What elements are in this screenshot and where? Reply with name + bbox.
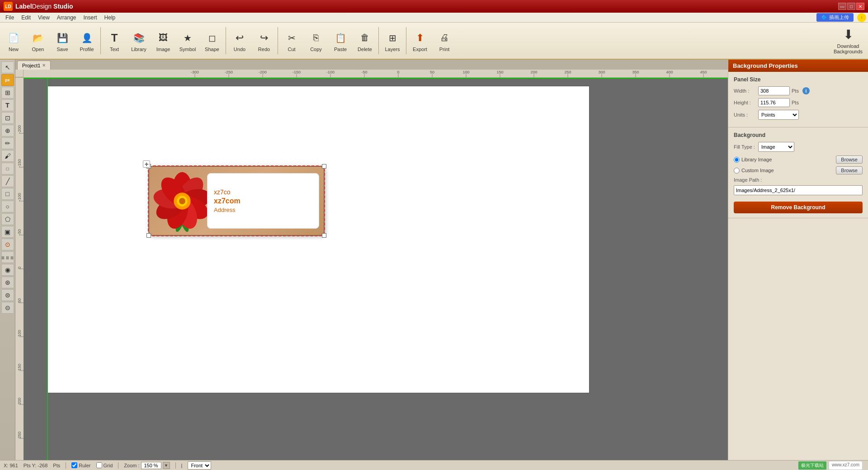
toolbar-separator-2 xyxy=(226,27,226,54)
grid-checkbox[interactable] xyxy=(96,462,102,468)
label-card[interactable]: ✛ xyxy=(148,166,325,236)
symbol-button[interactable]: ★ Symbol xyxy=(176,25,199,56)
ruler-checkbox[interactable] xyxy=(71,462,77,468)
download-backgrounds-button[interactable]: ⬇ DownloadBackgrounds xyxy=(830,25,866,56)
menu-file[interactable]: File xyxy=(2,14,18,22)
grid-tool[interactable]: ⊞ xyxy=(1,87,14,99)
new-button[interactable]: 📄 New xyxy=(2,25,25,56)
main-layout: ↖ px ⊞ T ⊡ ⊕ ✏ 🖌 □ ╱ □ ○ ⬠ ▣ ⊙ ⫼⫼⫼ ◉ ⊛ ⊜… xyxy=(0,60,868,460)
zoom-tool[interactable]: ⊕ xyxy=(1,125,14,136)
ruler-h-canvas xyxy=(24,70,728,77)
open-button[interactable]: 📂 Open xyxy=(26,25,50,56)
resize-handle-tr[interactable] xyxy=(322,164,326,169)
text-tool[interactable]: T xyxy=(1,99,14,111)
width-info-icon[interactable]: i xyxy=(802,87,810,94)
minimize-button[interactable]: — xyxy=(838,3,846,10)
units-select[interactable]: Points Inches mm cm xyxy=(758,110,799,120)
address-line-3[interactable]: Address xyxy=(214,207,312,213)
rect-tool[interactable]: □ xyxy=(1,188,14,200)
custom-image-radio-label[interactable]: Custom Image xyxy=(734,168,774,174)
fill-tool[interactable]: ▣ xyxy=(1,226,14,238)
address-line-2[interactable]: xz7com xyxy=(214,197,312,205)
redo-button[interactable]: ↪ Redo xyxy=(252,25,276,56)
height-input[interactable] xyxy=(758,98,790,107)
notification-badge[interactable]: ! xyxy=(857,13,866,22)
image-path-row: Image Path : xyxy=(734,177,863,195)
menu-insert[interactable]: Insert xyxy=(80,14,101,22)
resize-handle-bl[interactable] xyxy=(146,233,151,238)
paste-icon: 📋 xyxy=(333,31,348,45)
workspace: ✛ xyxy=(15,78,728,460)
tool18[interactable]: ⊜ xyxy=(1,289,14,301)
save-button[interactable]: 💾 Save xyxy=(51,25,74,56)
menu-edit[interactable]: Edit xyxy=(18,14,34,22)
restore-button[interactable]: □ xyxy=(847,3,855,10)
delete-button[interactable]: 🗑 Delete xyxy=(353,25,377,56)
width-input[interactable] xyxy=(758,86,790,95)
shape-icon: ◻ xyxy=(205,31,219,45)
pencil-tool[interactable]: ✏ xyxy=(1,137,14,149)
project-tab[interactable]: Project1 ✕ xyxy=(17,61,51,70)
zoom-dropdown[interactable]: ▼ xyxy=(163,462,170,469)
menu-view[interactable]: View xyxy=(34,14,53,22)
image-button[interactable]: 🖼 Image xyxy=(151,25,175,56)
px-tool[interactable]: px xyxy=(1,74,14,86)
address-line-1[interactable]: xz7co xyxy=(214,188,312,196)
canvas-content[interactable]: ✛ xyxy=(24,78,728,460)
toolbar-separator-5 xyxy=(406,27,406,54)
tab-close-button[interactable]: ✕ xyxy=(42,63,46,68)
menubar-right: 🔷 插画上传 ! xyxy=(816,13,866,22)
polygon-tool[interactable]: ⬠ xyxy=(1,213,14,225)
remove-background-button[interactable]: Remove Background xyxy=(734,202,863,213)
ellipse-tool[interactable]: ○ xyxy=(1,201,14,212)
color-picker-tool[interactable]: ⊙ xyxy=(1,239,14,250)
paste-button[interactable]: 📋 Paste xyxy=(329,25,352,56)
image-path-input[interactable] xyxy=(734,185,863,195)
eraser-tool[interactable]: □ xyxy=(1,163,14,174)
select-tool[interactable]: ↖ xyxy=(1,61,14,73)
library-button[interactable]: 📚 Library xyxy=(127,25,151,56)
zoom-input[interactable] xyxy=(141,462,161,469)
text-button[interactable]: T Text xyxy=(103,25,126,56)
save-icon: 💾 xyxy=(55,31,70,45)
tool17[interactable]: ⊛ xyxy=(1,277,14,288)
menu-help[interactable]: Help xyxy=(101,14,119,22)
toolbar-separator-3 xyxy=(278,27,278,54)
barcode-tool[interactable]: ⫼⫼⫼ xyxy=(1,251,14,263)
crop-tool[interactable]: ⊡ xyxy=(1,112,14,124)
color-tool[interactable]: ◉ xyxy=(1,264,14,276)
shape-button[interactable]: ◻ Shape xyxy=(200,25,224,56)
browse-library-button[interactable]: Browse xyxy=(836,155,863,164)
connect-button[interactable]: 🔷 插画上传 xyxy=(816,13,854,22)
library-image-radio[interactable] xyxy=(734,157,740,163)
layers-button[interactable]: ⊞ Layers xyxy=(381,25,404,56)
fill-type-select[interactable]: Image Color Gradient None xyxy=(758,142,794,152)
move-handle[interactable]: ✛ xyxy=(143,160,150,168)
width-label: Width : xyxy=(734,88,756,94)
x-label: X: xyxy=(4,463,8,468)
resize-handle-br[interactable] xyxy=(322,233,326,238)
ruler-checkbox-item: Ruler xyxy=(71,462,90,468)
print-icon: 🖨 xyxy=(437,31,452,45)
svg-point-13 xyxy=(179,198,185,204)
height-row: Height : Pts xyxy=(734,98,863,107)
app-icon: LD xyxy=(4,2,13,11)
brush-tool[interactable]: 🖌 xyxy=(1,150,14,162)
flower-area xyxy=(149,167,215,235)
cut-button[interactable]: ✂ Cut xyxy=(280,25,303,56)
close-button[interactable]: ✕ xyxy=(856,3,864,10)
tool19[interactable]: ⊝ xyxy=(1,302,14,314)
export-button[interactable]: ⬆ Export xyxy=(408,25,432,56)
profile-button[interactable]: 👤 Profile xyxy=(75,25,99,56)
undo-button[interactable]: ↩ Undo xyxy=(228,25,251,56)
grid-label: Grid xyxy=(104,463,113,468)
tab-bar: Project1 ✕ xyxy=(15,60,728,70)
custom-image-radio[interactable] xyxy=(734,168,740,174)
view-select[interactable]: Front Back xyxy=(188,461,211,470)
library-image-radio-label[interactable]: Library Image xyxy=(734,157,772,163)
browse-custom-button[interactable]: Browse xyxy=(836,166,863,174)
copy-button[interactable]: ⎘ Copy xyxy=(304,25,328,56)
print-button[interactable]: 🖨 Print xyxy=(433,25,456,56)
menu-arrange[interactable]: Arrange xyxy=(53,14,80,22)
line-tool[interactable]: ╱ xyxy=(1,175,14,187)
